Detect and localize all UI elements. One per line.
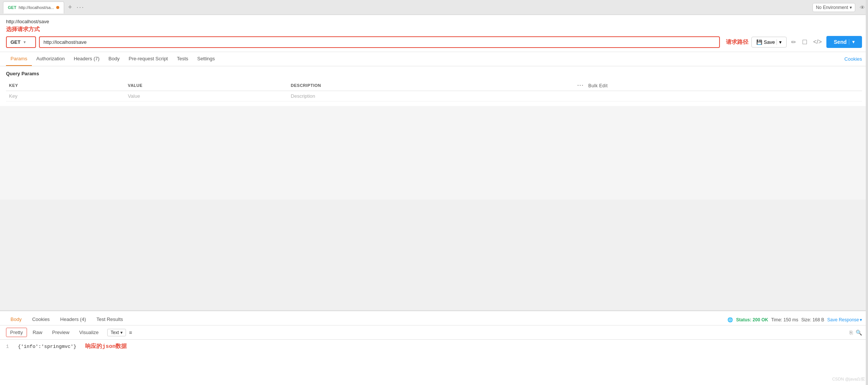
response-tabs: Body Cookies Headers (4) Test Results 🌐 … (0, 311, 868, 325)
tab-pre-request-script[interactable]: Pre-request Script (124, 52, 172, 66)
code-icon-button[interactable]: </> (812, 37, 823, 47)
line-number: 1 (6, 344, 9, 349)
tab-bar: GET http://localhost/sa... + ··· No Envi… (0, 0, 868, 15)
tab-method: GET (8, 5, 16, 10)
app-container: GET http://localhost/sa... + ··· No Envi… (0, 0, 868, 385)
cookies-link[interactable]: Cookies (844, 56, 862, 62)
header-right-actions: 💾 Save ▾ ✏ ☐ </> Send ▾ (751, 36, 862, 48)
tab-settings[interactable]: Settings (193, 52, 219, 66)
fmt-tab-preview[interactable]: Preview (48, 328, 73, 337)
more-dots-icon[interactable]: ··· (577, 82, 584, 88)
tab-bar-right: No Environment ▾ 👁 (813, 3, 865, 12)
request-tabs: Params Authorization Headers (7) Body Pr… (0, 52, 868, 66)
request-controls: GET ▾ 请求路径 💾 Save ▾ ✏ ☐ </> Send (6, 36, 862, 52)
format-right-actions: ⎘ 🔍 (850, 330, 862, 336)
col-actions: ··· Bulk Edit (574, 80, 862, 91)
method-annotation: 选择请求方式 (6, 26, 862, 33)
tab-headers[interactable]: Headers (7) (69, 52, 104, 66)
chevron-down-icon: ▾ (850, 5, 852, 10)
comment-icon-button[interactable]: ☐ (801, 37, 809, 47)
send-button[interactable]: Send ▾ (826, 36, 862, 48)
save-arrow-icon[interactable]: ▾ (777, 39, 782, 45)
tab-more-button[interactable]: ··· (74, 3, 87, 11)
resp-tab-cookies[interactable]: Cookies (28, 314, 54, 325)
save-icon: 💾 (756, 39, 762, 45)
eye-icon[interactable]: 👁 (860, 4, 865, 10)
filter-icon[interactable]: ≡ (129, 330, 132, 336)
method-dropdown[interactable]: GET ▾ (6, 36, 36, 48)
query-params-label: Query Params (6, 71, 862, 76)
tab-body[interactable]: Body (104, 52, 124, 66)
send-label: Send (834, 39, 847, 45)
format-tabs: Pretty Raw Preview Visualize Text ▾ ≡ ⎘ … (0, 325, 868, 340)
url-input[interactable] (39, 36, 720, 48)
tab-unsaved-dot (56, 6, 59, 9)
request-url-display: http://localhost/save (6, 19, 862, 24)
response-json-code[interactable]: {'info':'springmvc'} (18, 344, 76, 349)
csdn-watermark: CSDN @java白驼 (832, 376, 865, 382)
response-status-bar: 🌐 Status: 200 OK Time: 150 ms Size: 168 … (727, 317, 862, 322)
format-type-label: Text (111, 330, 119, 335)
env-label: No Environment (816, 5, 848, 10)
status-ok-label: Status: 200 OK (736, 317, 768, 322)
row-actions (574, 91, 862, 101)
col-value: VALUE (125, 80, 288, 91)
copy-icon[interactable]: ⎘ (850, 330, 853, 336)
tab-params[interactable]: Params (6, 52, 32, 66)
key-cell[interactable]: Key (6, 91, 125, 101)
col-key: KEY (6, 80, 125, 91)
globe-icon: 🌐 (727, 317, 733, 322)
active-tab[interactable]: GET http://localhost/sa... (3, 1, 64, 13)
request-panel: http://localhost/save 选择请求方式 GET ▾ 请求路径 … (0, 15, 868, 385)
empty-request-area (0, 106, 868, 200)
save-label: Save (764, 39, 775, 45)
request-header: http://localhost/save 选择请求方式 GET ▾ 请求路径 … (0, 15, 868, 52)
description-cell[interactable]: Description (288, 91, 574, 101)
environment-selector[interactable]: No Environment ▾ (813, 3, 855, 12)
size-label: Size: 168 B (801, 317, 824, 322)
method-arrow-icon: ▾ (24, 40, 25, 44)
tab-url: http://localhost/sa... (19, 5, 54, 10)
resp-tab-test-results[interactable]: Test Results (92, 314, 127, 325)
table-row: Key Value Description (6, 91, 862, 101)
response-body: 1 {'info':'springmvc'} 响应的json数据 (0, 340, 868, 353)
fmt-tab-raw[interactable]: Raw (28, 328, 46, 337)
resp-tab-headers[interactable]: Headers (4) (56, 314, 91, 325)
tab-bar-right-cookies: Cookies (844, 56, 862, 62)
save-button[interactable]: 💾 Save ▾ (751, 37, 787, 48)
tab-authorization[interactable]: Authorization (32, 52, 69, 66)
resp-tab-body[interactable]: Body (6, 314, 26, 325)
params-section: Query Params KEY VALUE DESCRIPTION (0, 66, 868, 106)
fmt-tab-pretty[interactable]: Pretty (6, 328, 27, 337)
resize-handle[interactable] (866, 0, 868, 385)
tab-tests[interactable]: Tests (172, 52, 193, 66)
add-tab-button[interactable]: + (66, 3, 74, 11)
value-cell[interactable]: Value (125, 91, 288, 101)
col-description: DESCRIPTION (288, 80, 574, 91)
fmt-tab-visualize[interactable]: Visualize (75, 328, 103, 337)
time-label: Time: 150 ms (771, 317, 798, 322)
response-annotation: 响应的json数据 (85, 343, 127, 350)
format-type-select[interactable]: Text ▾ (107, 329, 126, 336)
query-params-table: KEY VALUE DESCRIPTION ··· Bulk Edit (6, 80, 862, 101)
response-area: Body Cookies Headers (4) Test Results 🌐 … (0, 310, 868, 385)
url-annotation: 请求路径 (726, 39, 748, 46)
bulk-edit-button[interactable]: Bulk Edit (588, 83, 608, 88)
search-icon[interactable]: 🔍 (856, 330, 862, 336)
send-arrow-icon: ▾ (849, 39, 855, 45)
format-type-chevron-icon: ▾ (120, 330, 123, 335)
method-value: GET (10, 39, 21, 45)
save-response-button[interactable]: Save Response ▾ (827, 317, 862, 322)
save-response-chevron-icon: ▾ (860, 317, 862, 322)
edit-icon-button[interactable]: ✏ (790, 37, 798, 47)
